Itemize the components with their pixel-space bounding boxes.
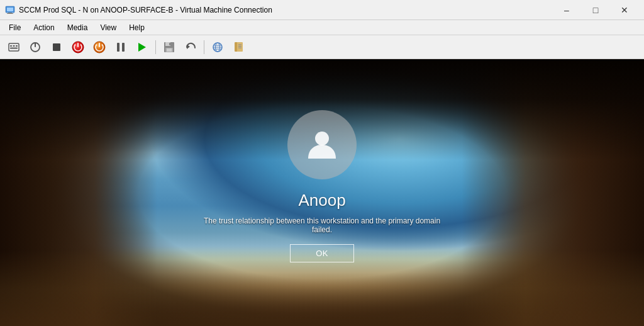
vm-screen[interactable]: Anoop The trust relationship between thi… [0,59,644,326]
svg-rect-6 [13,45,15,47]
svg-rect-25 [167,48,172,52]
svg-rect-3 [7,13,13,14]
svg-point-38 [315,132,329,145]
menu-help[interactable]: Help [123,22,151,33]
app-icon [5,5,15,15]
undo-button[interactable] [180,38,201,57]
resume-button[interactable] [132,38,152,57]
person-icon [302,125,342,165]
svg-rect-4 [9,43,19,51]
menu-media[interactable]: Media [61,22,94,33]
error-message: The trust relationship between this work… [203,216,441,234]
save-button[interactable] [159,38,179,57]
ctrl-alt-del-button[interactable] [4,38,24,57]
toolbar [0,35,644,59]
maximize-button[interactable]: □ [581,0,610,20]
minimize-button[interactable]: – [552,0,581,20]
power-red-button[interactable] [68,38,88,57]
stop-button[interactable] [47,38,67,57]
power-orange-button[interactable] [89,38,109,57]
menu-file[interactable]: File [3,22,27,33]
network-button[interactable] [208,38,228,57]
svg-rect-5 [10,45,12,47]
svg-rect-7 [16,45,18,47]
svg-rect-34 [236,42,237,52]
ok-button[interactable]: OK [290,244,353,262]
help-button[interactable] [229,38,249,57]
svg-rect-14 [77,43,79,47]
svg-rect-17 [99,43,100,47]
svg-rect-11 [53,43,60,51]
menu-bar: File Action Media View Help [0,20,644,35]
user-avatar [287,110,357,179]
svg-rect-18 [117,43,119,52]
svg-rect-1 [7,8,13,11]
svg-marker-26 [187,45,190,49]
window-controls: – □ ✕ [552,0,639,20]
menu-view[interactable]: View [94,22,123,33]
svg-marker-20 [138,43,146,52]
svg-rect-19 [122,43,125,52]
username-label: Anoop [298,191,345,210]
window-title: SCCM Prod SQL - N on ANOOP-SURFACE-B - V… [19,6,552,14]
pause-button[interactable] [111,38,131,57]
power-off-button[interactable] [25,38,45,57]
close-button[interactable]: ✕ [610,0,639,20]
menu-action[interactable]: Action [27,22,60,33]
svg-rect-8 [10,47,18,48]
svg-rect-10 [35,43,36,47]
toolbar-sep-1 [155,40,156,54]
svg-rect-23 [169,43,170,45]
title-bar: SCCM Prod SQL - N on ANOOP-SURFACE-B - V… [0,0,644,20]
login-overlay: Anoop The trust relationship between thi… [0,59,644,326]
toolbar-sep-2 [204,40,204,54]
